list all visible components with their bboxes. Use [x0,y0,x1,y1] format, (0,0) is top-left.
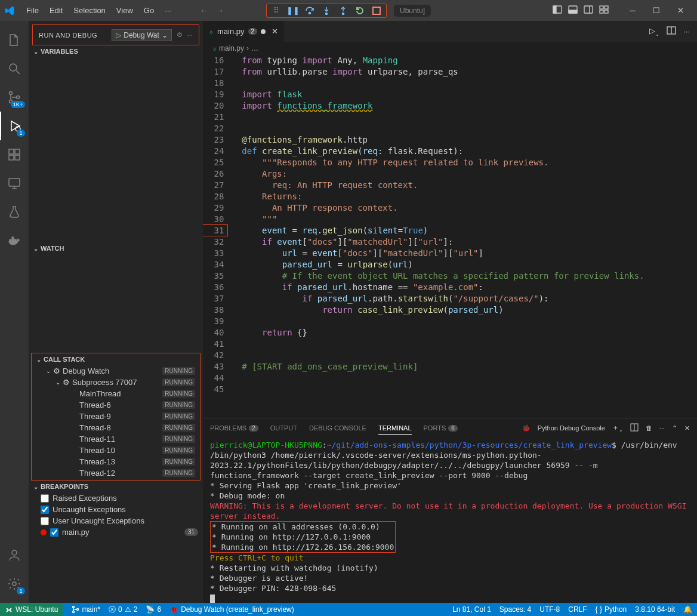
variables-section-header[interactable]: ⌄VARIABLES [29,45,203,57]
docker-icon[interactable] [0,226,29,255]
callstack-item[interactable]: Thread-8RUNNING [32,422,200,433]
menu-file[interactable]: File [21,4,44,17]
nav-forward-icon[interactable]: → [216,6,224,15]
svg-line-15 [16,70,20,74]
run-icon[interactable]: ▷⌄ [649,26,659,37]
callstack-item[interactable]: Thread-11RUNNING [32,433,200,445]
debug-config-selector[interactable]: ▷ Debug Wat ⌄ [112,29,172,41]
menu-view[interactable]: View [112,4,138,17]
debug-status[interactable]: 🐞 Debug Watch (create_link_preview) [169,605,294,614]
close-icon[interactable]: ✕ [668,2,692,20]
terminal-cursor [210,595,215,603]
new-terminal-icon[interactable]: ＋⌄ [612,423,623,433]
breakpoint-item[interactable]: main.py31 [29,526,203,538]
testing-icon[interactable] [0,198,29,226]
editor-tab-main[interactable]: ⬨ main.py 2 ✕ [203,21,285,42]
terminal-name[interactable]: Python Debug Console [538,424,605,432]
settings-icon[interactable]: 1 [0,569,29,598]
callstack-item[interactable]: Thread-9RUNNING [32,411,200,422]
stop-icon[interactable] [372,6,381,16]
accounts-icon[interactable] [0,541,29,569]
panel-tab-debug-console[interactable]: DEBUG CONSOLE [309,424,366,432]
drag-handle-icon[interactable]: ⠿ [272,6,281,16]
pause-icon[interactable]: ❚❚ [288,6,298,16]
minimize-icon[interactable]: ─ [621,2,644,20]
layout-customize-icon[interactable] [599,5,609,16]
step-into-icon[interactable] [322,6,331,16]
step-out-icon[interactable] [338,6,348,16]
variables-body [29,57,203,242]
maximize-panel-icon[interactable]: ⌃ [672,424,677,432]
ports-indicator[interactable]: 📡 6 [146,605,161,614]
more-icon[interactable]: ··· [187,32,193,39]
breakpoint-item[interactable]: Uncaught Exceptions [29,504,203,515]
split-editor-icon[interactable] [667,26,676,37]
callstack-item[interactable]: ⌄⚙Debug WatchRUNNING [32,365,200,377]
debug-toolbar: ⠿ ❚❚ [266,4,387,18]
panel-tab-problems[interactable]: PROBLEMS2 [210,424,258,432]
layout-right-icon[interactable] [584,5,593,16]
callstack-item[interactable]: ⌄⚙Subprocess 77007RUNNING [32,377,200,388]
notifications-icon[interactable]: 🔔 [683,605,692,614]
callstack-section-header[interactable]: ⌄CALL STACK [32,353,200,365]
more-icon[interactable]: ··· [659,424,665,432]
callstack-item[interactable]: Thread-13RUNNING [32,456,200,467]
run-debug-icon[interactable]: 1 [0,112,29,140]
problems-indicator[interactable]: ⓧ 0 ⚠ 2 [109,605,137,615]
breadcrumb[interactable]: ⬨ main.py › … [203,42,697,55]
gear-icon[interactable]: ⚙ [177,31,183,39]
panel-tab-output[interactable]: OUTPUT [270,424,297,432]
panel-tab-terminal[interactable]: TERMINAL [378,424,412,435]
callstack-item[interactable]: Thread-10RUNNING [32,445,200,456]
explorer-icon[interactable] [0,26,29,54]
remote-explorer-icon[interactable] [0,169,29,198]
svg-point-16 [10,92,13,95]
maximize-icon[interactable]: ☐ [644,2,668,20]
kill-terminal-icon[interactable]: 🗑 [646,424,652,432]
terminal[interactable]: pierrick@LAPTOP-HKU5PNNG:~/git/add-ons-s… [203,438,697,603]
menu-edit[interactable]: Edit [45,4,67,17]
cursor-position[interactable]: Ln 81, Col 1 [452,605,491,614]
menu-···[interactable]: ··· [160,4,176,17]
svg-point-37 [73,606,75,608]
callstack-item[interactable]: MainThreadRUNNING [32,388,200,399]
callstack-item[interactable]: Thread-12RUNNING [32,467,200,479]
remote-indicator[interactable]: WSL: Ubuntu [0,603,63,616]
callstack-item[interactable]: Thread-6RUNNING [32,399,200,411]
svg-rect-13 [605,10,608,13]
split-terminal-icon[interactable] [630,423,639,433]
eol[interactable]: CRLF [568,605,587,614]
interpreter[interactable]: 3.8.10 64-bit [635,605,675,614]
encoding[interactable]: UTF-8 [539,605,560,614]
close-tab-icon[interactable]: ✕ [272,27,278,36]
layout-left-icon[interactable] [553,5,562,16]
more-actions-icon[interactable]: ··· [683,27,690,36]
command-center[interactable]: Ubuntu] [394,5,431,17]
svg-point-1 [325,13,327,14]
step-over-icon[interactable] [305,6,314,16]
minimap[interactable] [644,55,697,418]
restart-icon[interactable] [355,6,365,16]
breakpoint-item[interactable]: Raised Exceptions [29,492,203,504]
panel-tab-ports[interactable]: PORTS6 [424,424,458,432]
indentation[interactable]: Spaces: 4 [499,605,531,614]
debug-icon: 🐞 [522,424,531,432]
git-branch[interactable]: main* [71,605,100,614]
line-gutter[interactable]: 1617181920212223242526272829303132333435… [203,55,236,418]
breakpoints-section-header[interactable]: ⌄BREAKPOINTS [29,481,203,492]
menu-go[interactable]: Go [139,4,159,17]
extensions-icon[interactable] [0,140,29,169]
nav-back-icon[interactable]: ← [200,6,208,15]
watch-section-header[interactable]: ⌄WATCH [29,242,203,254]
close-panel-icon[interactable]: ✕ [684,424,690,432]
layout-bottom-icon[interactable] [568,5,578,16]
search-icon[interactable] [0,54,29,83]
breakpoint-item[interactable]: User Uncaught Exceptions [29,515,203,526]
svg-rect-11 [605,6,608,9]
source-control-icon[interactable]: 1K+ [0,83,29,112]
svg-rect-7 [569,10,577,13]
play-icon: ▷ [116,31,121,39]
code-editor[interactable]: from typing import Any, Mappingfrom urll… [236,55,644,418]
menu-selection[interactable]: Selection [69,4,110,17]
language-mode[interactable]: { } Python [596,605,627,614]
